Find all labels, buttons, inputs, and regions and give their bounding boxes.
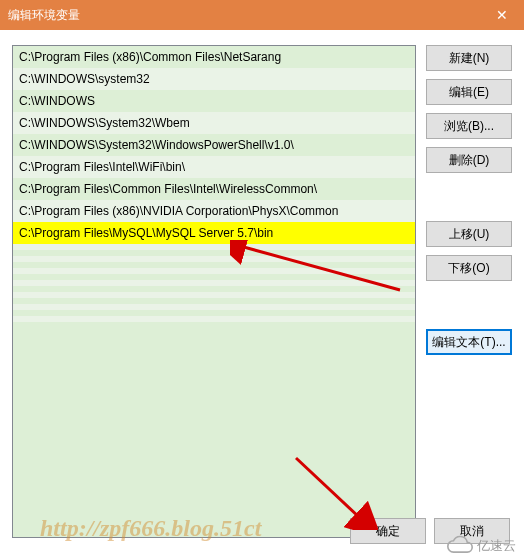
edittext-button[interactable]: 编辑文本(T)... — [426, 329, 512, 355]
dialog-buttons: 确定 取消 — [350, 518, 510, 544]
list-item[interactable]: C:\WINDOWS\System32\WindowsPowerShell\v1… — [13, 134, 415, 156]
titlebar: 编辑环境变量 ✕ — [0, 0, 524, 30]
list-item-empty[interactable] — [13, 316, 415, 322]
list-item[interactable]: C:\Program Files\Intel\WiFi\bin\ — [13, 156, 415, 178]
new-button[interactable]: 新建(N) — [426, 45, 512, 71]
path-list[interactable]: C:\Program Files (x86)\Common Files\NetS… — [12, 45, 416, 538]
list-item[interactable]: C:\WINDOWS — [13, 90, 415, 112]
list-item[interactable]: C:\Program Files (x86)\Common Files\NetS… — [13, 46, 415, 68]
moveup-button[interactable]: 上移(U) — [426, 221, 512, 247]
window-title: 编辑环境变量 — [8, 7, 80, 24]
movedown-button[interactable]: 下移(O) — [426, 255, 512, 281]
spacer — [426, 181, 512, 213]
spacer — [426, 289, 512, 321]
list-item[interactable]: C:\WINDOWS\System32\Wbem — [13, 112, 415, 134]
browse-button[interactable]: 浏览(B)... — [426, 113, 512, 139]
dialog-body: C:\Program Files (x86)\Common Files\NetS… — [0, 30, 524, 550]
ok-button[interactable]: 确定 — [350, 518, 426, 544]
list-item[interactable]: C:\Program Files\Common Files\Intel\Wire… — [13, 178, 415, 200]
cancel-button[interactable]: 取消 — [434, 518, 510, 544]
close-button[interactable]: ✕ — [479, 0, 524, 30]
edit-button[interactable]: 编辑(E) — [426, 79, 512, 105]
side-buttons: 新建(N) 编辑(E) 浏览(B)... 删除(D) 上移(U) 下移(O) 编… — [426, 45, 512, 538]
close-icon: ✕ — [496, 7, 508, 23]
delete-button[interactable]: 删除(D) — [426, 147, 512, 173]
list-item[interactable]: C:\WINDOWS\system32 — [13, 68, 415, 90]
list-item-selected[interactable]: C:\Program Files\MySQL\MySQL Server 5.7\… — [13, 222, 415, 244]
list-item[interactable]: C:\Program Files (x86)\NVIDIA Corporatio… — [13, 200, 415, 222]
